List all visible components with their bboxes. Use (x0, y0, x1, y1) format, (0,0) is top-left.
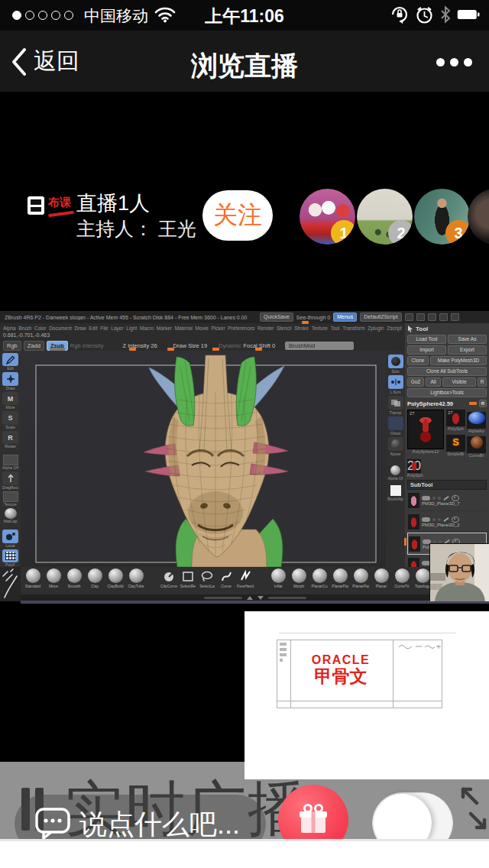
export-button: Export (448, 345, 487, 355)
local-pivot-icon (5, 532, 16, 541)
brush-item: CurveTri (393, 568, 411, 588)
zbrush-menu-item: Edit (89, 326, 97, 331)
chat-bubble-icon (35, 808, 70, 839)
subtool-row: PM3D_Plane3D_2 (407, 511, 487, 533)
brush-label: Standard (25, 584, 40, 588)
zbrush-menu-item: Brush (18, 326, 31, 331)
brush-label: PlanarCu (312, 584, 328, 588)
tool-thumbnail (467, 412, 486, 429)
current-tool-name: PolySphere42.59 (407, 400, 453, 407)
zbrush-menu-item: Marker (157, 326, 172, 331)
s-brush-icon: S (446, 435, 465, 450)
tool-label: Ghost (390, 432, 400, 436)
lsym-button (388, 375, 403, 389)
brush-sphere-icon (129, 568, 144, 583)
nav-bar: 返回 浏览直播 (0, 31, 489, 92)
tool-label: L.Sym (390, 390, 400, 394)
save-as-button: Save As (448, 335, 487, 344)
zbrush-window-edge (21, 601, 489, 604)
subtool-row: PM3D_Plane3D_7 (407, 490, 487, 511)
host-label: 主持人： 王光 (76, 216, 196, 241)
brush-sphere-icon (67, 568, 82, 583)
goz-r-button: R (478, 377, 487, 387)
make-polymesh-button: Make PolyMesh3D (430, 356, 487, 365)
brush-sphere-icon (354, 568, 368, 583)
brush-label: Smooth (67, 584, 80, 588)
brush-label: ClayTube (128, 584, 144, 588)
select-rect-icon (181, 569, 195, 583)
blue-sphere-icon (468, 412, 485, 424)
selectrect-tool: SelectRe (180, 569, 196, 588)
brush-label: ClayBuild (107, 584, 123, 588)
logo-brush-stroke (48, 211, 74, 218)
zbrush-titlebar: ZBrush 4R6 P2 - Danweek slogan - Active … (0, 311, 489, 323)
expand-icon[interactable] (457, 785, 489, 832)
more-button[interactable] (436, 58, 472, 66)
tool-label: Alpha Off (2, 466, 18, 470)
zbrush-left-toolbar: Edit Draw M Move S Scale R Rotate Alpha … (0, 351, 21, 567)
material-sphere-icon (5, 508, 17, 519)
oracle-logo-en: ORACLE (299, 653, 383, 666)
brush-label: CurveTri (395, 584, 410, 588)
zbrush-menubar: AlphaBrushColorDocumentDrawEditFileLayer… (3, 323, 402, 332)
scribble-icon (0, 567, 21, 601)
dot-icon (438, 518, 441, 521)
pen-icon (443, 495, 449, 500)
tool-label: Edit (7, 367, 14, 371)
viewer-avatar[interactable] (468, 189, 489, 245)
rgb-button: Rgb (3, 341, 21, 351)
zbrush-menu-item: File (100, 326, 108, 331)
gift-icon (296, 802, 331, 837)
scroll-down-icon (257, 596, 264, 600)
zbrush-coordinates: 0.681,-0.701,-0.463 (3, 332, 50, 338)
rotation-lock-icon (390, 5, 410, 24)
z-intensity-slider: Z Intensity 26 (123, 342, 157, 349)
zbrush-menu-item: Material (175, 326, 193, 331)
zbrush-menu-item: Document (49, 326, 72, 331)
brush-item: PlanarFla (351, 568, 370, 588)
local-button (2, 530, 18, 542)
freehand-icon (238, 569, 252, 583)
brush-label: Inflat (274, 584, 283, 588)
arrow-up-icon (7, 474, 15, 483)
import-button: Import (407, 345, 446, 355)
dragon-thumbnail-art (414, 415, 437, 445)
alarm-icon (415, 5, 434, 24)
window-close-button (451, 313, 459, 321)
tool-thumbnail: S (446, 435, 465, 452)
selectlasso-tool: SelectLa (199, 569, 215, 588)
brush-label: Planar (376, 584, 387, 588)
viewer-avatar[interactable]: 3 (414, 189, 470, 245)
tool-label: MatCap (4, 520, 18, 523)
tool-label: Texture (4, 503, 16, 507)
follow-button[interactable]: 关注 (202, 190, 273, 241)
clipcurve-icon (162, 569, 176, 583)
transparency-icon (390, 399, 401, 407)
window-button (405, 313, 413, 321)
subtool-thumbnail (409, 536, 420, 552)
zbrush-menu-item: Macro (140, 326, 154, 331)
brush-label: Topology (415, 584, 430, 588)
solo-button (388, 355, 403, 368)
tool-label: Rotate (5, 445, 16, 449)
viewer-avatar[interactable]: 1 (300, 189, 355, 245)
brush-sphere-icon (416, 568, 430, 583)
zbrush-menu-item: Movie (196, 326, 209, 331)
crosshair-icon (6, 374, 15, 384)
subtool-thumbnail (408, 493, 419, 508)
alpha-swatch (3, 455, 18, 465)
viewer-avatar[interactable]: 2 (357, 189, 413, 245)
tool-label: Solo (391, 370, 399, 374)
freehand-tool: FreeHand (237, 569, 254, 588)
brush-sphere-icon (374, 568, 389, 583)
move-tool-button: M (2, 392, 18, 405)
toggle-switch[interactable] (372, 792, 453, 839)
move-icon: M (8, 395, 14, 403)
zbrush-menu-item: Zplugin (368, 326, 384, 331)
brush-item: PlanarCu (310, 568, 329, 588)
lasso-icon (200, 569, 214, 583)
tool-panel-title: Tool (416, 326, 428, 332)
brush-sphere-icon (47, 568, 61, 583)
dot-icon (439, 540, 442, 543)
tool-label: Xpose (390, 452, 400, 456)
